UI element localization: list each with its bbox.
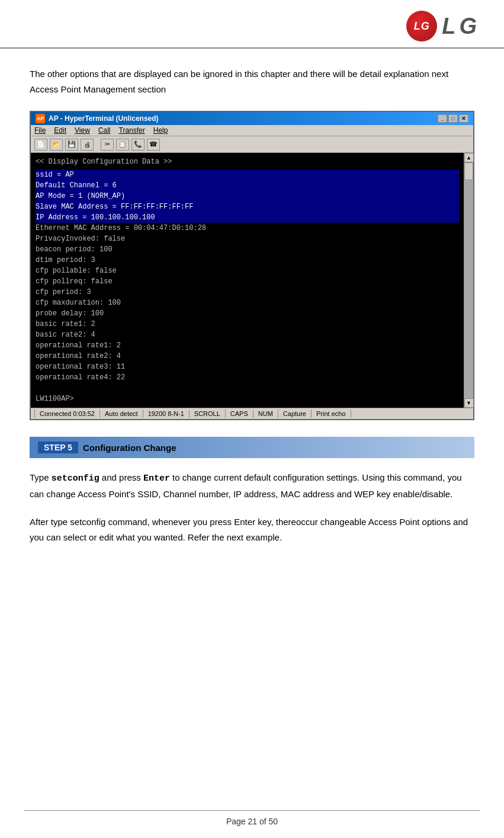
toolbar-btn-4[interactable]: 🖨 [81,139,94,151]
command-setconfig: setconfig [52,474,99,484]
intro-paragraph: The other options that are displayed can… [30,66,474,97]
command-enter: Enter [143,474,170,484]
page-number: Page 21 of 50 [226,817,278,826]
toolbar-btn-5[interactable]: ✂ [101,139,114,151]
terminal-app-icon: AP [36,114,45,123]
maximize-button[interactable]: □ [448,114,458,123]
terminal-titlebar: AP AP - HyperTerminal (Unlicensed) _ □ ✕ [31,112,473,125]
scrollbar-thumb[interactable] [464,162,473,180]
main-content: The other options that are displayed can… [0,49,504,575]
scrollbar-down-btn[interactable]: ▼ [464,398,474,408]
menu-call[interactable]: Call [98,126,111,135]
menu-transfer[interactable]: Transfer [119,126,145,135]
menu-help[interactable]: Help [153,126,168,135]
screen-normal-lines: Ethernet MAC Address = 00:04:47:D0:10:28… [36,223,459,404]
scrollbar-up-btn[interactable]: ▲ [464,153,474,162]
page-footer: Page 21 of 50 [24,810,480,826]
step5-label: STEP 5 [38,442,78,453]
terminal-title: AP - HyperTerminal (Unlicensed) [49,114,159,123]
selected-block: ssid = AP Default Channel = 6 AP Mode = … [36,169,459,223]
status-connected: Connected 0:03:52 [34,410,100,418]
titlebar-left: AP AP - HyperTerminal (Unlicensed) [36,114,159,123]
terminal-scrollbar[interactable]: ▲ ▼ [464,153,473,408]
menu-view[interactable]: View [75,126,90,135]
status-baud: 19200 8-N-1 [143,410,190,418]
status-scroll: SCROLL [190,410,226,418]
lg-logo: LG LG [406,11,480,41]
step5-title: Configuration Change [83,443,176,453]
body-paragraph-1: Type setconfig and press Enter to change… [30,470,474,503]
toolbar-btn-8[interactable]: ☎ [147,139,160,151]
terminal-menubar: File Edit View Call Transfer Help [31,125,473,136]
terminal-body: << Display Configuration Data >> ssid = … [31,153,473,408]
status-num: NUM [253,410,278,418]
menu-edit[interactable]: Edit [54,126,66,135]
terminal-window: AP AP - HyperTerminal (Unlicensed) _ □ ✕… [30,111,474,420]
minimize-button[interactable]: _ [438,114,447,123]
menu-file[interactable]: File [34,126,46,135]
toolbar-btn-3[interactable]: 💾 [65,139,78,151]
body-paragraph-2: After type setconfig command, whenever y… [30,514,474,546]
toolbar-btn-7[interactable]: 📞 [131,139,145,151]
terminal-toolbar: 📄 📂 💾 🖨 ✂ 📋 📞 ☎ [31,136,473,153]
step5-header: STEP 5 Configuration Change [30,437,474,458]
status-auto-detect: Auto detect [100,410,143,418]
lg-logo-text: LG [442,14,480,39]
titlebar-controls[interactable]: _ □ ✕ [438,114,468,123]
status-capture: Capture [278,410,312,418]
close-button[interactable]: ✕ [459,114,468,123]
page-header: LG LG [0,0,504,49]
toolbar-btn-6[interactable]: 📋 [116,139,129,151]
status-caps: CAPS [226,410,253,418]
scrollbar-track [464,162,473,398]
terminal-statusbar: Connected 0:03:52 Auto detect 19200 8-N-… [31,408,473,419]
lg-logo-icon: LG [406,11,437,41]
toolbar-btn-2[interactable]: 📂 [50,139,63,151]
status-print-echo: Print echo [312,410,351,418]
terminal-screen[interactable]: << Display Configuration Data >> ssid = … [31,153,464,408]
toolbar-btn-1[interactable]: 📄 [34,139,47,151]
screen-header: << Display Configuration Data >> [36,156,459,167]
